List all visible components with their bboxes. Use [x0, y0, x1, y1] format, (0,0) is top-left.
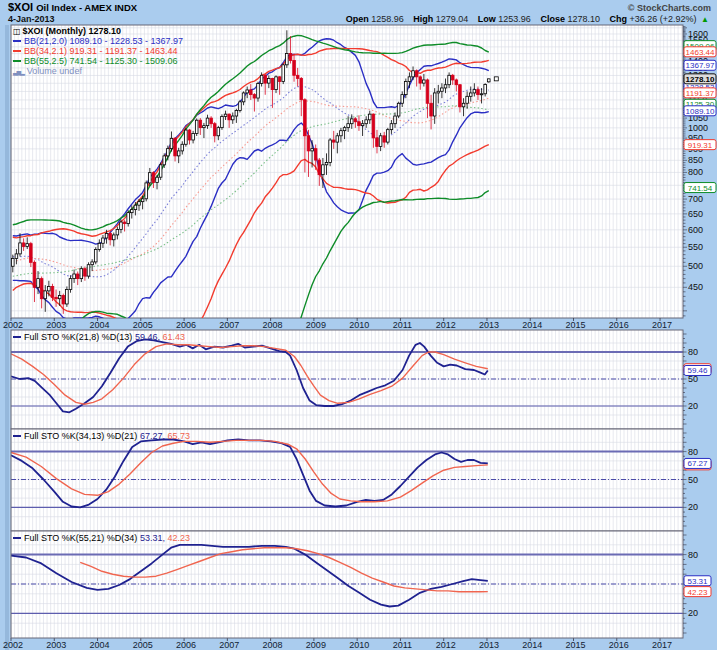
stoch-line-icon	[13, 435, 21, 437]
svg-text:2005: 2005	[133, 320, 153, 330]
stoch3-k-value: 53.31,	[140, 533, 165, 543]
svg-text:2003: 2003	[46, 320, 66, 330]
svg-text:550: 550	[688, 242, 703, 252]
svg-text:2010: 2010	[349, 320, 369, 330]
svg-text:80: 80	[688, 347, 698, 357]
quote-line: Open 1258.96 High 1279.04 Low 1253.96 Cl…	[346, 14, 709, 24]
svg-text:1278.10: 1278.10	[686, 75, 715, 84]
high-value: 1279.04	[436, 14, 469, 24]
svg-text:80: 80	[688, 447, 698, 457]
open-value: 1258.96	[371, 14, 404, 24]
svg-text:1191.37: 1191.37	[686, 89, 715, 98]
chart-canvas: 4505005506006507007508008509009501000105…	[0, 0, 717, 650]
stoch2-legend: Full STO %K(34,13) %D(21) 67.27, 65.73	[13, 431, 190, 441]
high-label: High	[413, 14, 433, 24]
bb34-legend: BB(34,2.1) 919.31 - 1191.37 - 1463.44	[24, 46, 177, 56]
svg-text:850: 850	[688, 155, 703, 165]
svg-text:2004: 2004	[90, 640, 110, 650]
svg-text:1463.44: 1463.44	[686, 48, 715, 57]
chart-title: Oil Index - AMEX INDX	[36, 2, 137, 13]
svg-text:2008: 2008	[263, 640, 283, 650]
stoch1-k-value: 59.46,	[135, 332, 160, 342]
svg-text:800: 800	[688, 167, 703, 177]
bb34-line-icon	[13, 50, 21, 52]
stoch-line-icon	[13, 336, 21, 338]
svg-text:2004: 2004	[90, 320, 110, 330]
svg-text:2009: 2009	[306, 640, 326, 650]
close-label: Close	[540, 14, 565, 24]
low-value: 1253.96	[498, 14, 531, 24]
svg-text:2017: 2017	[652, 640, 672, 650]
svg-text:2011: 2011	[393, 640, 412, 650]
svg-text:50: 50	[688, 475, 698, 485]
up-triangle-icon: ▲	[701, 15, 709, 24]
open-label: Open	[346, 14, 369, 24]
chg-value: +36.26 (+2.92%)	[630, 14, 697, 24]
candlestick-icon: ◫	[13, 27, 21, 36]
svg-text:450: 450	[688, 282, 703, 292]
svg-text:650: 650	[688, 209, 703, 219]
series-label: $XOI (Monthly) 1278.10	[23, 26, 122, 36]
svg-text:20: 20	[688, 502, 698, 512]
svg-text:1000: 1000	[688, 123, 708, 133]
svg-text:2002: 2002	[3, 640, 23, 650]
stoch3-d-value: 42.23	[167, 533, 190, 543]
svg-text:2007: 2007	[219, 640, 239, 650]
svg-text:600: 600	[688, 225, 703, 235]
svg-text:1367.97: 1367.97	[686, 61, 715, 70]
svg-text:2009: 2009	[306, 320, 326, 330]
svg-text:20: 20	[688, 401, 698, 411]
svg-text:2012: 2012	[436, 640, 456, 650]
symbol: $XOI	[8, 1, 33, 13]
stockcharts-chart-image: 4505005506006507007508008509009501000105…	[0, 0, 717, 650]
low-label: Low	[478, 14, 496, 24]
svg-text:741.54: 741.54	[688, 184, 713, 193]
svg-text:80: 80	[688, 550, 698, 560]
volume-legend: Volume undef	[27, 66, 82, 76]
svg-text:2014: 2014	[522, 640, 542, 650]
svg-text:67.27: 67.27	[687, 459, 708, 468]
svg-text:2014: 2014	[522, 320, 542, 330]
main-legend: ◫$XOI (Monthly) 1278.10 BB(21,2.0) 1089.…	[13, 26, 183, 76]
chart-svg: 4505005506006507007508008509009501000105…	[0, 0, 717, 650]
svg-text:2012: 2012	[436, 320, 456, 330]
svg-text:20: 20	[688, 608, 698, 618]
stockcharts-credit: © StockCharts.com	[628, 3, 711, 13]
stoch3-legend: Full STO %K(55,21) %D(34) 53.31, 42.23	[13, 533, 190, 543]
svg-text:2005: 2005	[133, 640, 153, 650]
svg-text:2013: 2013	[479, 320, 499, 330]
svg-text:53.31: 53.31	[687, 577, 708, 586]
close-value: 1278.10	[567, 14, 600, 24]
svg-text:2006: 2006	[176, 320, 196, 330]
svg-text:1089.10: 1089.10	[686, 107, 715, 116]
svg-text:2006: 2006	[176, 640, 196, 650]
svg-text:42.23: 42.23	[687, 588, 708, 597]
svg-text:700: 700	[688, 194, 703, 204]
stoch-line-icon	[13, 537, 21, 539]
svg-text:2016: 2016	[609, 320, 629, 330]
stoch1-legend: Full STO %K(21,8) %D(13) 59.46, 61.43	[13, 332, 185, 342]
chart-date: 4-Jan-2013	[8, 14, 55, 24]
stoch1-d-value: 61.43	[162, 332, 185, 342]
bb55-line-icon	[13, 60, 21, 62]
stoch2-label: Full STO %K(34,13) %D(21)	[24, 431, 137, 441]
svg-text:2013: 2013	[479, 640, 499, 650]
volume-bars-icon: ▃▅▂	[13, 69, 24, 75]
stoch2-k-value: 67.27,	[140, 431, 165, 441]
bb21-legend: BB(21,2.0) 1089.10 - 1228.53 - 1367.97	[24, 36, 183, 46]
svg-text:2008: 2008	[263, 320, 283, 330]
svg-text:919.31: 919.31	[688, 141, 713, 150]
svg-text:2015: 2015	[565, 640, 585, 650]
chart-header: $XOI Oil Index - AMEX INDX	[8, 1, 137, 13]
svg-text:2007: 2007	[219, 320, 239, 330]
chg-label: Chg	[609, 14, 627, 24]
stoch-panel-1	[11, 330, 683, 429]
svg-text:2010: 2010	[349, 640, 369, 650]
svg-text:59.46: 59.46	[687, 366, 708, 375]
stoch2-d-value: 65.73	[167, 431, 190, 441]
stoch3-label: Full STO %K(55,21) %D(34)	[24, 533, 137, 543]
bb55-legend: BB(55,2.5) 741.54 - 1125.30 - 1509.06	[24, 56, 177, 66]
svg-text:2015: 2015	[565, 320, 585, 330]
svg-text:1600: 1600	[688, 29, 708, 39]
svg-text:500: 500	[688, 261, 703, 271]
